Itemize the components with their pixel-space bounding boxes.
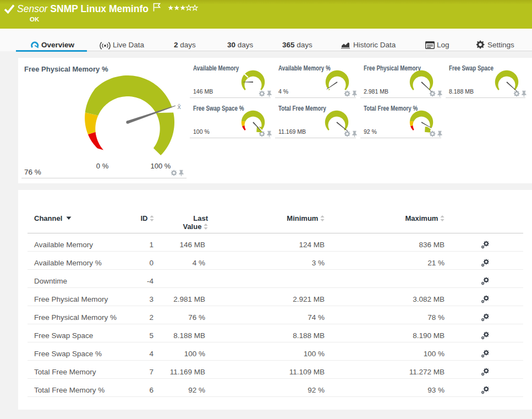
- svg-text:x̄: x̄: [177, 103, 181, 111]
